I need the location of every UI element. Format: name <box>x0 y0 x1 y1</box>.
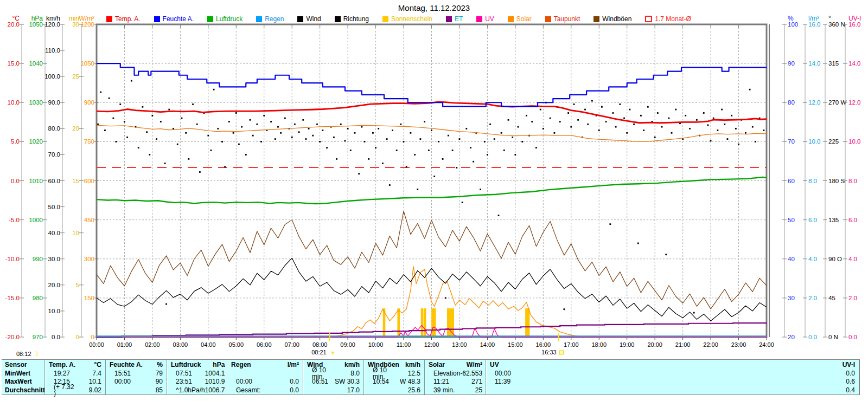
x-tick: 21:00 <box>675 341 691 348</box>
svg-text:315: 315 <box>828 60 839 67</box>
cell-value: 8.0 <box>335 370 363 377</box>
svg-text:990: 990 <box>33 256 43 262</box>
col-unit: hPa <box>213 361 225 368</box>
svg-text:-10.0: -10.0 <box>5 256 20 262</box>
x-tick: 02:00 <box>145 341 160 348</box>
svg-text:6.0: 6.0 <box>808 217 817 223</box>
cell-value: SW 30.3 <box>335 378 363 385</box>
x-tick: 11:00 <box>397 341 411 348</box>
cell-time: Elevation <box>425 370 457 377</box>
svg-text:4.0: 4.0 <box>808 256 817 262</box>
col-unit: UV-I <box>843 361 855 368</box>
svg-text:0.0: 0.0 <box>808 334 817 340</box>
svg-text:-15.0: -15.0 <box>5 295 20 301</box>
svg-text:15: 15 <box>72 178 79 184</box>
x-tick: 13:00 <box>452 341 467 348</box>
svg-text:15.0: 15.0 <box>8 60 20 67</box>
table-row: 15:5179 <box>106 369 167 378</box>
svg-text:14.0: 14.0 <box>808 60 820 67</box>
cell-time: 11:39 <box>486 378 680 385</box>
svg-text:70: 70 <box>788 138 795 145</box>
x-tick: 12:00 <box>424 341 439 348</box>
svg-text:450: 450 <box>84 217 94 223</box>
table-row: Ø 10 min.8.0 <box>303 369 363 378</box>
svg-text:20: 20 <box>788 334 795 340</box>
x-tick: 00:00 <box>89 341 104 348</box>
x-tick: 17:00 <box>564 341 579 348</box>
svg-text:0.0: 0.0 <box>52 334 60 340</box>
col-unit: l/m² <box>288 361 299 368</box>
cell-time: 19:27 <box>45 370 76 377</box>
axis-unit-min: min <box>69 15 79 22</box>
axis-unit-lm2: l/m² <box>808 15 819 22</box>
svg-text:12.0: 12.0 <box>848 99 860 106</box>
x-tick: 04:00 <box>201 341 216 348</box>
cell-value: 7.4 <box>76 370 105 377</box>
sunset-icon <box>560 351 564 354</box>
svg-text:90 O: 90 O <box>828 256 842 262</box>
x-tick: 19:00 <box>620 341 635 348</box>
axis-unit-press: hPa <box>31 15 43 22</box>
svg-text:4.0: 4.0 <box>848 256 857 262</box>
table-col-uv: UVUV-I00:000.011:390.60.4 <box>486 360 859 394</box>
svg-text:1040: 1040 <box>29 60 43 67</box>
axis-unit-uvi: UV-I <box>848 15 861 22</box>
axis-unit-wm2: W/m² <box>79 15 94 22</box>
svg-text:900: 900 <box>84 99 94 106</box>
table-col-regen: Regenl/m²00:000.0Gesamt:0.0 <box>227 360 303 394</box>
x-tick: 01:00 <box>117 341 132 348</box>
svg-text:100.0: 100.0 <box>44 73 60 80</box>
svg-text:40.0: 40.0 <box>48 230 60 236</box>
table-row <box>227 369 303 378</box>
cell-time: (+ 7.32 ) <box>45 384 76 397</box>
svg-text:60.0: 60.0 <box>48 178 60 184</box>
svg-text:45: 45 <box>828 295 835 301</box>
series-richtung <box>97 80 764 314</box>
svg-text:12.0: 12.0 <box>808 99 820 106</box>
table-row: 07:511004.1 <box>167 369 228 378</box>
svg-text:0: 0 <box>91 334 94 340</box>
svg-text:180 S: 180 S <box>828 178 845 184</box>
cell-value: 0.0 <box>266 378 303 385</box>
svg-text:50.0: 50.0 <box>48 204 60 210</box>
svg-text:-20.0: -20.0 <box>5 334 20 340</box>
svg-text:225: 225 <box>828 138 839 145</box>
svg-text:970: 970 <box>33 334 43 340</box>
cell-time: ^1.0hPa/h <box>167 387 199 393</box>
cell-value: -62.553 <box>457 370 486 377</box>
weather-chart-window: Montag, 11.12.2023 Temp. A.Feuchte A.Luf… <box>0 0 868 401</box>
table-row: (+ 7.32 )9.02 <box>45 386 105 394</box>
col-unit: km/h <box>344 361 360 368</box>
svg-text:-5.0: -5.0 <box>9 217 20 223</box>
svg-text:10.0: 10.0 <box>848 138 860 145</box>
svg-text:14.0: 14.0 <box>848 60 860 67</box>
table-col-solar: SolarW/m²Elevation-62.55311:2127139 min.… <box>424 360 486 394</box>
svg-text:0 N: 0 N <box>828 334 838 340</box>
svg-text:90.0: 90.0 <box>48 99 60 106</box>
cell-value: 1010.9 <box>199 378 228 385</box>
cell-value: 85 <box>137 387 167 393</box>
cell-value: 25 <box>457 387 486 393</box>
cell-value: 0.6 <box>680 378 859 385</box>
cell-value: 17.0 <box>335 387 363 393</box>
svg-text:80.0: 80.0 <box>48 125 60 132</box>
svg-text:8.0: 8.0 <box>848 178 857 184</box>
col-name: Temp. A. <box>49 361 75 368</box>
svg-text:1010: 1010 <box>29 178 43 184</box>
row-label: MaxWert <box>2 378 45 386</box>
cell-time: 07:51 <box>167 370 199 377</box>
svg-text:30: 30 <box>788 295 795 301</box>
svg-text:25: 25 <box>72 73 79 80</box>
svg-text:20.0: 20.0 <box>48 282 60 288</box>
svg-text:300: 300 <box>84 256 94 262</box>
col-name: Feuchte A. <box>110 361 143 368</box>
svg-text:10.0: 10.0 <box>48 308 60 314</box>
chart-canvas: 20.015.010.05.00.0-5.0-10.0-15.0-20.0°C1… <box>0 0 868 359</box>
cell-time: Gesamt: <box>227 387 266 393</box>
col-unit: W/m² <box>467 361 482 368</box>
cell-value: 1006.7 <box>199 387 228 393</box>
cell-time: 06:51 <box>303 378 335 385</box>
svg-text:60: 60 <box>788 178 795 184</box>
col-unit: % <box>157 361 163 368</box>
svg-text:6.0: 6.0 <box>848 217 857 223</box>
